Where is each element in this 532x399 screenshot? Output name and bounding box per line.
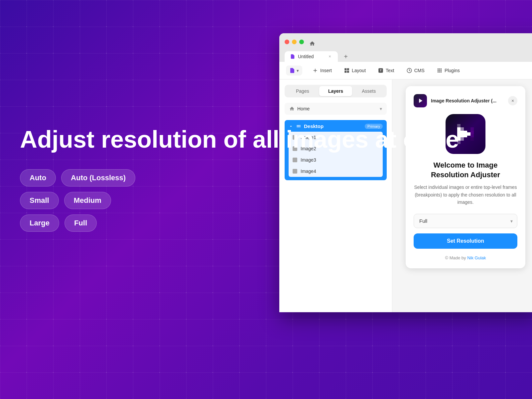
toolbar-text-button[interactable]: T Text	[373, 65, 399, 76]
toolbar-cms-button[interactable]: CMS	[402, 65, 429, 76]
tab-assets[interactable]: Assets	[352, 86, 385, 96]
svg-rect-11	[461, 131, 464, 134]
traffic-light-red[interactable]	[285, 40, 289, 44]
tabs-bar: Untitled × +	[285, 51, 532, 62]
badges-grid: Auto Auto (Lossless) Small Medium Large …	[20, 169, 459, 232]
toolbar-logo[interactable]: ▾	[286, 66, 302, 75]
page-selector[interactable]: Home ▾	[285, 103, 387, 115]
home-button[interactable]	[307, 38, 318, 49]
svg-rect-12	[461, 134, 464, 137]
hero-title: Adjust resolution of all images at once	[20, 126, 459, 153]
toolbar-text-label: Text	[386, 68, 394, 73]
panel-tabs: Pages Layers Assets	[285, 85, 387, 97]
tab-layers[interactable]: Layers	[319, 86, 352, 96]
footer-text: © Made by	[445, 255, 466, 260]
toolbar-layout-label: Layout	[352, 68, 366, 73]
toolbar-layout-button[interactable]: Layout	[339, 65, 370, 76]
svg-rect-14	[464, 131, 467, 134]
badge-medium: Medium	[64, 192, 111, 209]
svg-rect-20	[470, 137, 474, 141]
svg-text:T: T	[380, 69, 382, 72]
toolbar-dropdown-icon: ▾	[297, 68, 299, 73]
badge-full: Full	[65, 214, 97, 232]
tab-title: Untitled	[298, 54, 314, 59]
traffic-lights	[285, 40, 304, 44]
svg-rect-10	[461, 127, 464, 131]
svg-rect-18	[470, 131, 474, 134]
tab-close-button[interactable]: ×	[327, 54, 332, 59]
svg-rect-17	[470, 127, 474, 131]
svg-rect-13	[461, 137, 464, 141]
badge-small: Small	[20, 192, 59, 209]
page-selector-chevron: ▾	[380, 106, 382, 111]
toolbar-plugins-button[interactable]: Plugins	[432, 65, 465, 76]
badge-large: Large	[20, 214, 59, 232]
toolbar: ▾ Insert Layout T Text	[279, 62, 532, 79]
page-selector-label: Home	[297, 106, 377, 111]
badges-row-1: Auto Auto (Lossless)	[20, 169, 459, 187]
plugin-close-button[interactable]: ×	[508, 96, 517, 105]
toolbar-insert-label: Insert	[320, 68, 332, 73]
badge-auto: Auto	[20, 169, 56, 187]
plugin-header-title: Image Resolution Adjuster (...	[431, 98, 504, 103]
plugin-header: Image Resolution Adjuster (... ×	[414, 94, 517, 107]
plugin-logo	[414, 94, 427, 107]
svg-rect-15	[464, 134, 467, 137]
browser-tab[interactable]: Untitled ×	[285, 51, 338, 62]
close-icon: ×	[511, 98, 514, 103]
traffic-light-yellow[interactable]	[292, 40, 297, 44]
browser-chrome: Untitled × +	[279, 33, 532, 62]
plugin-footer: © Made by Nik Gulak	[414, 255, 517, 260]
badges-row-3: Large Full	[20, 214, 459, 232]
toolbar-cms-label: CMS	[414, 68, 425, 73]
hero-section: Adjust resolution of all images at once …	[20, 126, 459, 232]
footer-link[interactable]: Nik Gulak	[467, 255, 486, 260]
tab-pages[interactable]: Pages	[286, 86, 319, 96]
toolbar-insert-button[interactable]: Insert	[308, 65, 336, 76]
svg-rect-16	[467, 132, 470, 136]
badge-auto-lossless: Auto (Lossless)	[61, 169, 135, 187]
svg-rect-19	[470, 134, 474, 137]
toolbar-plugins-label: Plugins	[445, 68, 460, 73]
badges-row-2: Small Medium	[20, 192, 459, 209]
new-tab-button[interactable]: +	[340, 51, 351, 62]
set-resolution-button[interactable]: Set Resolution	[414, 233, 517, 249]
traffic-light-green[interactable]	[299, 40, 304, 44]
